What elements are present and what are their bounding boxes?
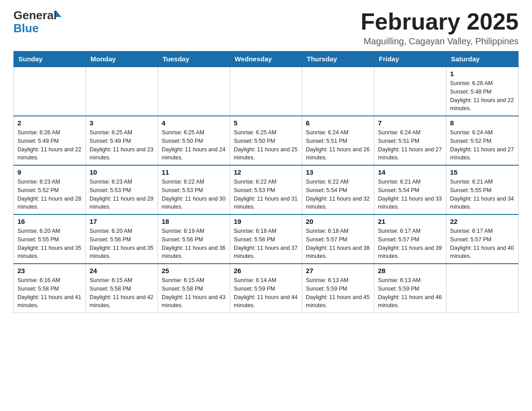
logo-blue-text: Blue bbox=[13, 21, 39, 35]
day-number: 22 bbox=[450, 218, 515, 225]
calendar-cell: 4Sunrise: 6:25 AM Sunset: 5:50 PM Daylig… bbox=[158, 116, 230, 165]
page-header: General Blue February 2025 Maguilling, C… bbox=[13, 9, 519, 47]
day-number: 6 bbox=[306, 119, 370, 127]
calendar-cell: 14Sunrise: 6:21 AM Sunset: 5:54 PM Dayli… bbox=[374, 165, 446, 214]
calendar-cell: 8Sunrise: 6:24 AM Sunset: 5:52 PM Daylig… bbox=[446, 116, 519, 165]
day-info: Sunrise: 6:19 AM Sunset: 5:56 PM Dayligh… bbox=[162, 227, 226, 261]
calendar-table: SundayMondayTuesdayWednesdayThursdayFrid… bbox=[13, 51, 519, 313]
day-number: 18 bbox=[162, 218, 226, 225]
logo-triangle-icon bbox=[56, 10, 61, 17]
day-number: 4 bbox=[162, 119, 226, 127]
day-info: Sunrise: 6:24 AM Sunset: 5:51 PM Dayligh… bbox=[306, 128, 370, 162]
calendar-cell bbox=[302, 67, 374, 116]
calendar-cell bbox=[230, 67, 302, 116]
calendar-cell: 27Sunrise: 6:13 AM Sunset: 5:59 PM Dayli… bbox=[302, 264, 374, 313]
day-number: 17 bbox=[90, 218, 154, 225]
day-info: Sunrise: 6:15 AM Sunset: 5:58 PM Dayligh… bbox=[162, 276, 226, 310]
day-number: 14 bbox=[378, 168, 442, 176]
day-info: Sunrise: 6:25 AM Sunset: 5:49 PM Dayligh… bbox=[90, 128, 154, 162]
day-number: 5 bbox=[234, 119, 298, 127]
column-header-saturday: Saturday bbox=[446, 51, 519, 67]
day-number: 24 bbox=[90, 267, 154, 274]
calendar-cell: 28Sunrise: 6:13 AM Sunset: 5:59 PM Dayli… bbox=[374, 264, 446, 313]
day-info: Sunrise: 6:17 AM Sunset: 5:57 PM Dayligh… bbox=[450, 227, 515, 261]
calendar-cell bbox=[374, 67, 446, 116]
calendar-header-row: SundayMondayTuesdayWednesdayThursdayFrid… bbox=[14, 51, 519, 67]
week-row-4: 16Sunrise: 6:20 AM Sunset: 5:55 PM Dayli… bbox=[14, 214, 519, 264]
day-info: Sunrise: 6:22 AM Sunset: 5:53 PM Dayligh… bbox=[234, 178, 298, 211]
day-info: Sunrise: 6:24 AM Sunset: 5:51 PM Dayligh… bbox=[378, 128, 442, 162]
day-info: Sunrise: 6:14 AM Sunset: 5:59 PM Dayligh… bbox=[234, 276, 298, 310]
calendar-cell: 17Sunrise: 6:20 AM Sunset: 5:56 PM Dayli… bbox=[86, 214, 158, 264]
calendar-cell: 15Sunrise: 6:21 AM Sunset: 5:55 PM Dayli… bbox=[446, 165, 519, 214]
day-info: Sunrise: 6:23 AM Sunset: 5:52 PM Dayligh… bbox=[17, 178, 82, 211]
month-title: February 2025 bbox=[360, 9, 519, 34]
column-header-monday: Monday bbox=[86, 51, 158, 67]
day-info: Sunrise: 6:24 AM Sunset: 5:52 PM Dayligh… bbox=[450, 128, 515, 162]
day-number: 15 bbox=[450, 168, 515, 176]
day-info: Sunrise: 6:26 AM Sunset: 5:48 PM Dayligh… bbox=[450, 79, 515, 113]
day-number: 28 bbox=[378, 267, 442, 274]
day-info: Sunrise: 6:18 AM Sunset: 5:57 PM Dayligh… bbox=[306, 227, 370, 261]
week-row-3: 9Sunrise: 6:23 AM Sunset: 5:52 PM Daylig… bbox=[14, 165, 519, 214]
day-number: 3 bbox=[90, 119, 154, 127]
day-info: Sunrise: 6:25 AM Sunset: 5:50 PM Dayligh… bbox=[234, 128, 298, 162]
day-info: Sunrise: 6:25 AM Sunset: 5:50 PM Dayligh… bbox=[162, 128, 226, 162]
day-number: 11 bbox=[162, 168, 226, 176]
day-number: 7 bbox=[378, 119, 442, 127]
column-header-sunday: Sunday bbox=[14, 51, 86, 67]
location-title: Maguilling, Cagayan Valley, Philippines bbox=[360, 36, 519, 47]
day-number: 19 bbox=[234, 218, 298, 225]
calendar-cell: 9Sunrise: 6:23 AM Sunset: 5:52 PM Daylig… bbox=[14, 165, 86, 214]
calendar-cell: 3Sunrise: 6:25 AM Sunset: 5:49 PM Daylig… bbox=[86, 116, 158, 165]
day-number: 16 bbox=[17, 218, 82, 225]
week-row-2: 2Sunrise: 6:26 AM Sunset: 5:49 PM Daylig… bbox=[14, 116, 519, 165]
calendar-cell: 22Sunrise: 6:17 AM Sunset: 5:57 PM Dayli… bbox=[446, 214, 519, 264]
calendar-cell: 5Sunrise: 6:25 AM Sunset: 5:50 PM Daylig… bbox=[230, 116, 302, 165]
column-header-friday: Friday bbox=[374, 51, 446, 67]
day-number: 13 bbox=[306, 168, 370, 176]
calendar-cell: 12Sunrise: 6:22 AM Sunset: 5:53 PM Dayli… bbox=[230, 165, 302, 214]
day-info: Sunrise: 6:20 AM Sunset: 5:55 PM Dayligh… bbox=[17, 227, 82, 261]
calendar-cell: 13Sunrise: 6:22 AM Sunset: 5:54 PM Dayli… bbox=[302, 165, 374, 214]
calendar-cell: 24Sunrise: 6:15 AM Sunset: 5:58 PM Dayli… bbox=[86, 264, 158, 313]
calendar-cell: 19Sunrise: 6:18 AM Sunset: 5:56 PM Dayli… bbox=[230, 214, 302, 264]
day-info: Sunrise: 6:23 AM Sunset: 5:53 PM Dayligh… bbox=[90, 178, 154, 211]
day-number: 26 bbox=[234, 267, 298, 274]
calendar-cell bbox=[158, 67, 230, 116]
day-info: Sunrise: 6:17 AM Sunset: 5:57 PM Dayligh… bbox=[378, 227, 442, 261]
day-info: Sunrise: 6:22 AM Sunset: 5:53 PM Dayligh… bbox=[162, 178, 226, 211]
column-header-thursday: Thursday bbox=[302, 51, 374, 67]
calendar-cell bbox=[14, 67, 86, 116]
day-info: Sunrise: 6:13 AM Sunset: 5:59 PM Dayligh… bbox=[306, 276, 370, 310]
day-info: Sunrise: 6:16 AM Sunset: 5:58 PM Dayligh… bbox=[17, 276, 82, 310]
calendar-cell: 10Sunrise: 6:23 AM Sunset: 5:53 PM Dayli… bbox=[86, 165, 158, 214]
logo: General Blue bbox=[13, 9, 61, 34]
week-row-5: 23Sunrise: 6:16 AM Sunset: 5:58 PM Dayli… bbox=[14, 264, 519, 313]
column-header-wednesday: Wednesday bbox=[230, 51, 302, 67]
column-header-tuesday: Tuesday bbox=[158, 51, 230, 67]
day-number: 8 bbox=[450, 119, 515, 127]
calendar-cell: 21Sunrise: 6:17 AM Sunset: 5:57 PM Dayli… bbox=[374, 214, 446, 264]
day-info: Sunrise: 6:18 AM Sunset: 5:56 PM Dayligh… bbox=[234, 227, 298, 261]
day-number: 1 bbox=[450, 70, 515, 77]
day-number: 21 bbox=[378, 218, 442, 225]
day-number: 2 bbox=[17, 119, 82, 127]
calendar-cell bbox=[86, 67, 158, 116]
calendar-cell: 1Sunrise: 6:26 AM Sunset: 5:48 PM Daylig… bbox=[446, 67, 519, 116]
day-number: 27 bbox=[306, 267, 370, 274]
day-number: 12 bbox=[234, 168, 298, 176]
calendar-cell: 16Sunrise: 6:20 AM Sunset: 5:55 PM Dayli… bbox=[14, 214, 86, 264]
calendar-cell bbox=[446, 264, 519, 313]
day-number: 9 bbox=[17, 168, 82, 176]
day-number: 20 bbox=[306, 218, 370, 225]
logo-general-text: General bbox=[13, 9, 57, 22]
day-number: 25 bbox=[162, 267, 226, 274]
calendar-cell: 2Sunrise: 6:26 AM Sunset: 5:49 PM Daylig… bbox=[14, 116, 86, 165]
calendar-cell: 18Sunrise: 6:19 AM Sunset: 5:56 PM Dayli… bbox=[158, 214, 230, 264]
day-number: 23 bbox=[17, 267, 82, 274]
calendar-cell: 6Sunrise: 6:24 AM Sunset: 5:51 PM Daylig… bbox=[302, 116, 374, 165]
calendar-cell: 7Sunrise: 6:24 AM Sunset: 5:51 PM Daylig… bbox=[374, 116, 446, 165]
day-info: Sunrise: 6:21 AM Sunset: 5:55 PM Dayligh… bbox=[450, 178, 515, 211]
calendar-cell: 25Sunrise: 6:15 AM Sunset: 5:58 PM Dayli… bbox=[158, 264, 230, 313]
